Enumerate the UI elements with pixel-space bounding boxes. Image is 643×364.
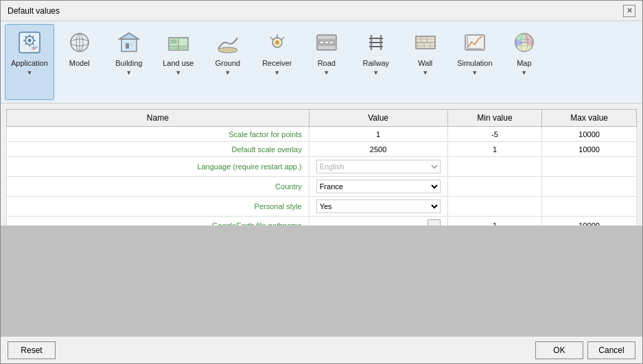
row-name-personal-style: Personal style <box>7 197 309 217</box>
map-icon <box>511 29 538 56</box>
toolbar-item-building[interactable]: Building ▼ <box>105 24 153 100</box>
model-icon <box>66 29 93 56</box>
svg-rect-21 <box>126 43 129 49</box>
railway-label: Railway <box>363 59 390 68</box>
row-value-language: English <box>309 157 447 177</box>
row-max-scale-factor: 10000 <box>542 127 637 142</box>
table-row: Scale factor for points -5 10000 <box>7 127 637 142</box>
table-row: GoogleEarth file pathname ... 1 10000 <box>7 217 637 226</box>
row-max-country <box>542 177 637 197</box>
wall-dropdown-indicator: ▼ <box>422 69 428 76</box>
title-bar: Default values ✕ <box>1 1 642 21</box>
land-use-dropdown-indicator: ▼ <box>175 69 181 76</box>
row-name-country: Country <box>7 177 309 197</box>
footer-right-buttons: OK Cancel <box>535 341 635 359</box>
col-header-name: Name <box>7 110 309 127</box>
row-max-personal-style <box>542 197 637 217</box>
railway-icon <box>362 29 390 56</box>
receiver-dropdown-indicator: ▼ <box>274 69 280 76</box>
land-use-label: Land use <box>163 59 194 68</box>
cancel-button[interactable]: Cancel <box>587 341 635 359</box>
ground-dropdown-indicator: ▼ <box>224 69 231 76</box>
row-name-language: Language (require restart app.) <box>7 157 309 177</box>
scale-overlay-input[interactable] <box>323 145 434 154</box>
building-icon <box>115 29 143 56</box>
row-min-country <box>447 177 542 197</box>
personal-style-select[interactable]: Yes <box>316 199 441 213</box>
toolbar-item-model[interactable]: Model <box>56 24 104 100</box>
toolbar-item-road[interactable]: Road ▼ <box>303 24 351 100</box>
table-row: Personal style Yes <box>7 197 637 217</box>
table-row: Default scale overlay 1 10000 <box>7 142 637 157</box>
svg-line-31 <box>281 37 284 40</box>
footer: Reset OK Cancel <box>1 336 642 363</box>
dialog-title: Default values <box>8 6 60 16</box>
application-dropdown-indicator: ▼ <box>26 69 32 76</box>
empty-area <box>1 226 642 337</box>
model-label: Model <box>69 59 90 68</box>
toolbar-item-railway[interactable]: Railway ▼ <box>352 24 400 100</box>
row-min-google-earth: 1 <box>447 217 542 226</box>
scale-factor-input[interactable] <box>323 130 434 138</box>
svg-point-27 <box>218 47 237 53</box>
ground-label: Ground <box>215 59 240 68</box>
row-name-scale-overlay: Default scale overlay <box>7 142 309 157</box>
main-content: Name Value Min value Max value Scale fac… <box>1 104 642 226</box>
road-icon <box>313 29 340 56</box>
svg-point-29 <box>275 40 279 45</box>
row-value-country: France <box>309 177 447 197</box>
row-min-language <box>447 157 542 177</box>
land-use-icon <box>165 29 192 56</box>
col-header-max: Max value <box>542 110 637 127</box>
row-name-scale-factor: Scale factor for points <box>7 127 309 142</box>
building-label: Building <box>115 59 142 68</box>
application-label: Application <box>11 59 48 68</box>
building-dropdown-indicator: ▼ <box>126 69 132 76</box>
reset-button[interactable]: Reset <box>8 341 56 359</box>
simulation-dropdown-indicator: ▼ <box>471 69 478 76</box>
google-earth-browse-button[interactable]: ... <box>428 219 440 226</box>
col-header-min: Min value <box>447 110 542 127</box>
toolbar-item-wall[interactable]: Wall ▼ <box>401 24 449 100</box>
row-min-scale-factor: -5 <box>447 127 542 142</box>
road-label: Road <box>318 59 336 68</box>
col-header-value: Value <box>309 110 447 127</box>
ok-button[interactable]: OK <box>535 341 583 359</box>
data-table: Name Value Min value Max value Scale fac… <box>6 109 637 226</box>
wall-icon <box>412 29 439 56</box>
simulation-label: Simulation <box>457 59 492 68</box>
svg-rect-26 <box>171 40 176 43</box>
toolbar-item-receiver[interactable]: Receiver ▼ <box>253 24 301 100</box>
map-label: Map <box>517 59 531 68</box>
svg-marker-20 <box>119 33 139 39</box>
svg-point-10 <box>27 39 31 43</box>
application-icon <box>16 29 43 56</box>
toolbar-item-map[interactable]: Map ▼ <box>500 24 548 100</box>
google-earth-path-input[interactable] <box>316 221 427 226</box>
simulation-icon <box>461 29 489 56</box>
close-button[interactable]: ✕ <box>623 5 635 17</box>
wall-label: Wall <box>418 59 432 68</box>
receiver-icon <box>264 29 291 56</box>
table-row: Country France <box>7 177 637 197</box>
language-select[interactable]: English <box>316 160 441 173</box>
country-select[interactable]: France <box>316 180 441 193</box>
row-value-google-earth: ... <box>309 217 447 226</box>
ground-icon <box>214 29 242 56</box>
row-value-personal-style: Yes <box>309 197 447 217</box>
map-dropdown-indicator: ▼ <box>521 69 527 76</box>
row-value-scale-overlay <box>309 142 447 157</box>
railway-dropdown-indicator: ▼ <box>373 69 379 76</box>
toolbar-item-ground[interactable]: Ground ▼ <box>204 24 252 100</box>
table-row: Language (require restart app.) English <box>7 157 637 177</box>
toolbar-item-application[interactable]: Application ▼ <box>5 24 54 100</box>
toolbar-item-land-use[interactable]: Land use ▼ <box>154 24 202 100</box>
svg-line-32 <box>270 37 273 40</box>
row-max-google-earth: 10000 <box>542 217 637 226</box>
receiver-label: Receiver <box>262 59 292 68</box>
row-min-scale-overlay: 1 <box>447 142 542 157</box>
row-min-personal-style <box>447 197 542 217</box>
toolbar-item-simulation[interactable]: Simulation ▼ <box>451 24 499 100</box>
row-name-google-earth: GoogleEarth file pathname <box>7 217 309 226</box>
road-dropdown-indicator: ▼ <box>323 69 329 76</box>
